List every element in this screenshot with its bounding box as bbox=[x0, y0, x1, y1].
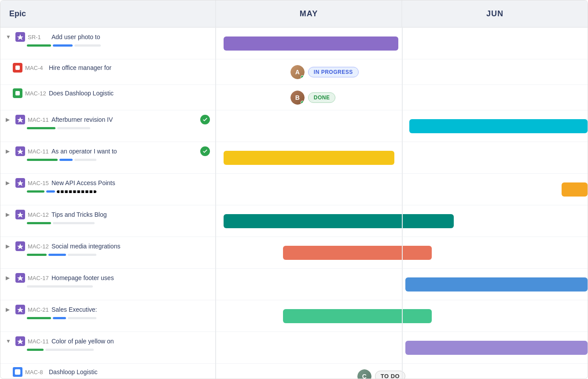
gantt-bar-mac12t[interactable] bbox=[224, 214, 454, 228]
svg-rect-1 bbox=[15, 66, 20, 70]
epic-icon-mac12t bbox=[15, 210, 25, 219]
epic-id-mac15: MAC-15 bbox=[28, 180, 49, 186]
epic-id-mac12s: MAC-12 bbox=[28, 243, 49, 250]
svg-marker-3 bbox=[17, 117, 23, 123]
epic-header: Epic bbox=[0, 0, 215, 28]
check-badge-mac11a bbox=[200, 115, 210, 124]
epic-icon-mac11b bbox=[15, 146, 25, 156]
progress-green-mac11a bbox=[27, 127, 55, 129]
progress-green-mac12t bbox=[27, 222, 51, 224]
gantt-bar-sr1[interactable] bbox=[224, 36, 398, 51]
progress-blue-mac11b bbox=[59, 159, 73, 161]
svg-marker-4 bbox=[17, 149, 23, 154]
epic-icon-sr1 bbox=[15, 32, 25, 42]
gantt-bar-mac21[interactable] bbox=[283, 309, 432, 323]
progress-green-sr1 bbox=[27, 44, 51, 47]
chevron-right-icon-3[interactable]: ▶ bbox=[6, 180, 13, 186]
epic-icon-mac15 bbox=[15, 178, 25, 188]
progress-bar-mac17 bbox=[27, 285, 210, 288]
gantt-bar-mac11c[interactable] bbox=[405, 341, 588, 355]
epic-row-sr1: ▼ SR-1 Add user photo to bbox=[0, 28, 215, 59]
progress-bar-mac11b bbox=[27, 159, 210, 161]
epic-id-sr1: SR-1 bbox=[28, 34, 49, 40]
epic-id-mac8: MAC-8 bbox=[25, 369, 46, 375]
gantt-bar-mac11a[interactable] bbox=[409, 119, 588, 133]
epic-row-mac11b: ▶ MAC-11 As an operator I want to bbox=[0, 142, 215, 174]
gantt-panel: MAY JUN A IN PROGRESS bbox=[216, 0, 588, 379]
epic-id-mac17: MAC-17 bbox=[28, 275, 49, 281]
progress-empty-mac12s bbox=[68, 254, 96, 256]
progress-blue-sr1 bbox=[53, 44, 73, 47]
epic-id-mac21: MAC-21 bbox=[28, 306, 49, 313]
epic-row-mac11a: ▶ MAC-11 Afterburner revision IV bbox=[0, 110, 215, 142]
epic-icon-mac11c bbox=[15, 336, 25, 346]
epic-icon-mac8 bbox=[13, 367, 22, 377]
epic-title-mac11c: Color of pale yellow on bbox=[51, 338, 210, 345]
gantt-bar-mac15[interactable] bbox=[562, 182, 588, 197]
progress-bar-sr1 bbox=[27, 44, 210, 47]
progress-empty-mac11b bbox=[74, 159, 96, 161]
svg-marker-10 bbox=[17, 339, 23, 344]
epic-id-mac12t: MAC-12 bbox=[28, 211, 49, 218]
epic-row-mac11c: ▼ MAC-11 Color of pale yellow on bbox=[0, 332, 215, 364]
progress-bar-mac12s bbox=[27, 254, 210, 256]
avatar-face-mac8: C bbox=[357, 369, 371, 379]
progress-empty-mac12t bbox=[53, 222, 95, 224]
status-pill-done: DONE bbox=[308, 92, 336, 103]
chevron-down-icon[interactable]: ▼ bbox=[6, 34, 13, 40]
gantt-divider bbox=[402, 28, 403, 379]
svg-marker-8 bbox=[17, 275, 23, 281]
epic-title-mac12c: Does Dashloop Logistic bbox=[49, 90, 210, 97]
epic-header-label: Epic bbox=[9, 9, 26, 18]
progress-green-mac15 bbox=[27, 190, 44, 193]
gantt-bar-mac17[interactable] bbox=[405, 277, 588, 292]
progress-blue-mac21 bbox=[53, 317, 66, 319]
epic-row-mac12t: ▶ MAC-12 Tips and Tricks Blog bbox=[0, 205, 215, 237]
avatar-mac12c: B bbox=[290, 91, 305, 105]
svg-marker-6 bbox=[17, 212, 23, 218]
progress-bar-mac12t bbox=[27, 222, 210, 224]
epic-row-mac17: ▶ MAC-17 Homepage footer uses bbox=[0, 269, 215, 300]
epic-icon-mac21 bbox=[15, 305, 25, 314]
progress-bar-mac11c bbox=[27, 349, 210, 351]
epic-icon-mac12s bbox=[15, 241, 25, 251]
epic-icon-mac11a bbox=[15, 115, 25, 124]
epic-id-mac11b: MAC-11 bbox=[28, 148, 49, 155]
progress-blue-mac15 bbox=[46, 190, 55, 193]
epic-row-mac8: MAC-8 Dashloop Logistic bbox=[0, 364, 215, 379]
epic-icon-mac12c bbox=[13, 88, 22, 98]
chevron-right-icon-4[interactable]: ▶ bbox=[6, 211, 13, 218]
gantt-chart-container: Epic ▼ SR-1 Add user photo to bbox=[0, 0, 588, 379]
progress-empty-sr1 bbox=[74, 44, 101, 47]
gantt-header: MAY JUN bbox=[216, 0, 588, 28]
epic-icon-mac4 bbox=[13, 63, 22, 73]
progress-bar-mac11a bbox=[27, 127, 210, 129]
chevron-right-icon-1[interactable]: ▶ bbox=[6, 117, 13, 123]
avatar-dot-mac12c bbox=[301, 101, 304, 104]
epic-row-mac4: MAC-4 Hire office manager for bbox=[0, 59, 215, 85]
epic-row-mac12s: ▶ MAC-12 Social media integrations bbox=[0, 237, 215, 269]
progress-bar-mac15 bbox=[27, 190, 210, 193]
epic-title-mac11a: Afterburner revision IV bbox=[51, 116, 198, 123]
epic-title-mac21: Sales Executive: bbox=[51, 306, 210, 313]
epic-icon-mac17 bbox=[15, 273, 25, 283]
progress-green-mac21 bbox=[27, 317, 51, 319]
chevron-right-icon-7[interactable]: ▶ bbox=[6, 306, 13, 313]
epic-id-mac11a: MAC-11 bbox=[28, 117, 49, 123]
gantt-status-mac12c: B DONE bbox=[290, 91, 336, 105]
epic-title-sr1: Add user photo to bbox=[51, 33, 210, 40]
gantt-bar-mac12s[interactable] bbox=[283, 246, 432, 260]
progress-bar-mac21 bbox=[27, 317, 210, 319]
avatar-mac4: A bbox=[290, 65, 305, 79]
avatar-mac8: C bbox=[357, 369, 371, 379]
svg-marker-0 bbox=[17, 34, 23, 40]
epic-title-mac4: Hire office manager for bbox=[49, 64, 210, 71]
chevron-right-icon-2[interactable]: ▶ bbox=[6, 148, 13, 154]
chevron-right-icon-6[interactable]: ▶ bbox=[6, 275, 13, 281]
chevron-right-icon-5[interactable]: ▶ bbox=[6, 243, 13, 249]
gantt-bar-mac11b[interactable] bbox=[224, 151, 394, 165]
status-pill-todo: TO DO bbox=[375, 371, 405, 379]
epic-title-mac15: New API Access Points bbox=[51, 179, 210, 186]
epic-title-mac11b: As an operator I want to bbox=[51, 148, 198, 155]
chevron-down-icon-2[interactable]: ▼ bbox=[6, 338, 13, 344]
